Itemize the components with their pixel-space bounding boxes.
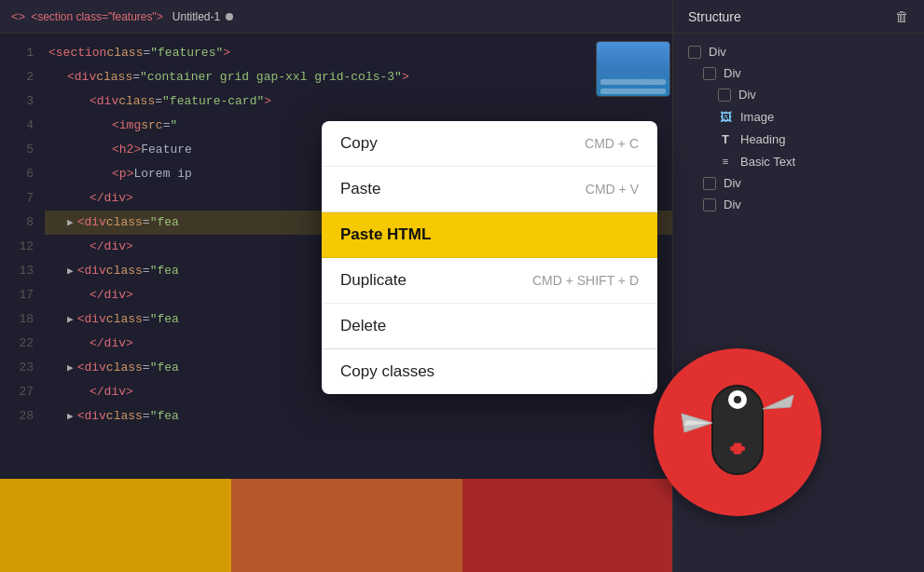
tab-section-label: <section class="features"> [31, 10, 163, 23]
menu-shortcut-copy: CMD + C [585, 136, 639, 151]
tree-item-image[interactable]: 🖼 Image [673, 105, 924, 128]
panel-header-icons: 🗑 [895, 8, 909, 24]
menu-item-duplicate[interactable]: Duplicate CMD + SHIFT + D [322, 258, 657, 304]
tree-item-basic-text[interactable]: ≡ Basic Text [673, 150, 924, 172]
yellow-block [0, 479, 231, 572]
checkbox-div-4[interactable] [703, 198, 716, 211]
orange-block [231, 479, 462, 572]
tree-label-heading: Heading [740, 132, 785, 146]
tree-label-div-2: Div [738, 88, 756, 102]
knife-icon [677, 372, 798, 493]
menu-item-paste[interactable]: Paste CMD + V [322, 167, 657, 212]
tree-label-div-4: Div [724, 197, 741, 211]
tab-unsaved-dot [226, 13, 233, 20]
tree-item-heading[interactable]: T Heading [673, 128, 924, 150]
logo-badge [654, 348, 821, 516]
tree-label-div-1: Div [724, 66, 741, 80]
menu-item-copy-classes[interactable]: Copy classes [322, 349, 657, 394]
tree-item-div-3[interactable]: Div [673, 172, 924, 194]
menu-item-delete[interactable]: Delete [322, 304, 657, 349]
panel-header: Structure 🗑 [673, 0, 924, 34]
trash-icon[interactable]: 🗑 [895, 8, 909, 24]
tree-item-div-1[interactable]: Div [673, 62, 924, 84]
checkbox-div-1[interactable] [703, 67, 716, 80]
checkbox-div-2[interactable] [718, 89, 731, 102]
tree-item-div-2[interactable]: Div [673, 84, 924, 105]
menu-label-delete: Delete [340, 317, 386, 335]
menu-item-paste-html[interactable]: Paste HTML [322, 212, 657, 258]
tree-item-div-0[interactable]: Div [673, 41, 924, 62]
checkbox-div-0[interactable] [688, 46, 701, 59]
menu-shortcut-paste: CMD + V [586, 182, 639, 197]
tree-label-div-3: Div [724, 176, 741, 190]
tree-list: Div Div Div 🖼 Image T Heading ≡ Basic Te… [673, 34, 924, 223]
tab-filename: Untitled-1 [172, 10, 220, 23]
menu-label-copy-classes: Copy classes [340, 362, 434, 381]
heading-icon: T [718, 131, 733, 146]
context-menu: Copy CMD + C Paste CMD + V Paste HTML Du… [322, 121, 657, 394]
tree-item-div-4[interactable]: Div [673, 194, 924, 215]
panel-title: Structure [688, 9, 741, 24]
menu-label-paste: Paste [340, 180, 380, 198]
image-icon: 🖼 [718, 109, 733, 124]
svg-rect-4 [734, 443, 742, 455]
svg-point-2 [734, 396, 741, 403]
tree-label-div-0: Div [709, 45, 726, 59]
html-tag-icon: <> [11, 9, 25, 23]
menu-label-duplicate: Duplicate [340, 271, 407, 290]
menu-label-paste-html: Paste HTML [340, 225, 431, 244]
tree-label-image: Image [740, 110, 774, 124]
menu-shortcut-duplicate: CMD + SHIFT + D [532, 273, 639, 288]
tab-tag: <> <section class="features"> Untitled-1 [11, 9, 233, 23]
tree-label-basic-text: Basic Text [740, 155, 795, 169]
logo-circle [654, 348, 821, 516]
basic-text-icon: ≡ [718, 154, 733, 169]
preview-thumbnail [596, 41, 670, 97]
menu-label-copy: Copy [340, 134, 378, 153]
menu-item-copy[interactable]: Copy CMD + C [322, 121, 657, 167]
checkbox-div-3[interactable] [703, 177, 716, 190]
